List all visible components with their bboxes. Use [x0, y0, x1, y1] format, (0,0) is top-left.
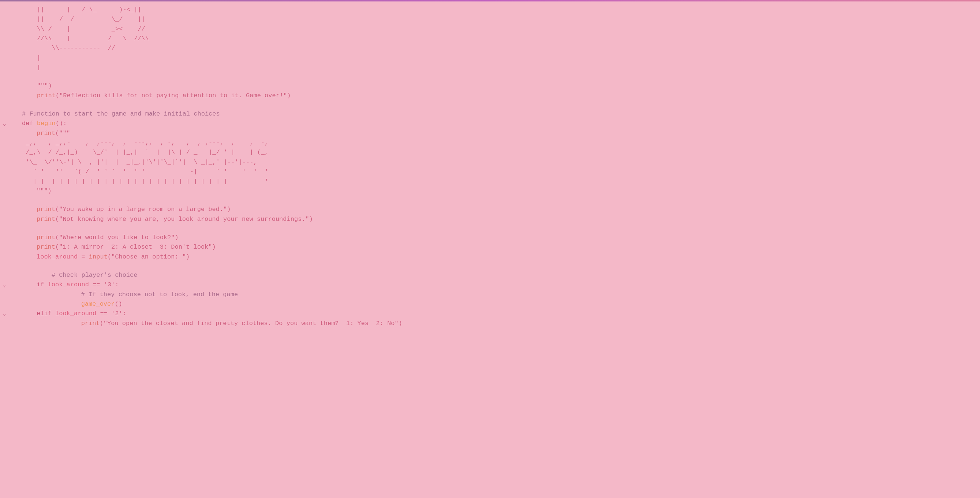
code-line: print("1: A mirror 2: A closet 3: Don't …	[22, 243, 973, 252]
code-line: # Function to start the game and make in…	[22, 109, 973, 119]
empty-line	[22, 262, 973, 271]
code-text: print("You wake up in a large room on a …	[22, 205, 231, 214]
code-text: elif look_around == '2':	[22, 309, 126, 319]
code-text: print("1: A mirror 2: A closet 3: Don't …	[22, 243, 216, 252]
code-line: print("Where would you like to look?")	[22, 233, 973, 243]
code-line: print("Reflection kills for not paying a…	[22, 91, 973, 101]
code-line: print("You wake up in a large room on a …	[22, 205, 973, 214]
code-line: ` ' '' `(_/ ' ' ` ' ' ' -| ` ' ' ' '	[22, 167, 973, 177]
ascii-line: /_,\ / /_,|_) \_/' | |_,| ` | |\ | / _ |…	[22, 148, 268, 157]
ascii-line: | | | | | | | | | | | | | | | | | | | | …	[22, 177, 268, 187]
code-line: print("Not knowing where you are, you lo…	[22, 215, 973, 224]
code-text: print("Where would you like to look?")	[22, 233, 178, 243]
code-line: game_over()	[22, 300, 973, 309]
code-line: //\\ | / \ //\\	[22, 34, 973, 43]
code-line: ⌄ if look_around == '3':	[22, 280, 973, 290]
code-line: ⌄ def begin():	[22, 119, 973, 128]
fold-indicator[interactable]: ⌄	[3, 311, 6, 319]
empty-line	[22, 72, 973, 81]
empty-line	[22, 224, 973, 233]
code-line: # If they choose not to look, end the ga…	[22, 290, 973, 300]
code-line: print("""	[22, 129, 973, 138]
code-line: look_around = input("Choose an option: "…	[22, 252, 973, 262]
code-comment: # Check player's choice	[22, 271, 137, 280]
code-text: print("""	[22, 129, 70, 138]
code-line: """)	[22, 187, 973, 196]
code-text: """)	[22, 187, 52, 196]
code-text: """)	[22, 81, 52, 91]
ascii-line: '\_ \/''\-'| \ , |'| | _|_,|'\'|'\_|`'| …	[22, 158, 257, 167]
code-line: \\ / | _>< //	[22, 24, 973, 34]
code-line: \\----------- //	[22, 43, 973, 53]
code-line: print("You open the closet and find pret…	[22, 319, 973, 328]
code-line: || | / \_ )-<_||	[22, 5, 973, 14]
ascii-line: //\\ | / \ //\\	[22, 34, 149, 43]
code-text: def begin():	[22, 119, 67, 128]
ascii-line: || | / \_ )-<_||	[22, 5, 141, 14]
ascii-line: _,, , _,,- , ,---, , ---,, , -, , , ,---…	[22, 138, 268, 148]
code-line: || / / \_/ ||	[22, 14, 973, 24]
code-editor: || | / \_ )-<_|| || / / \_/ || \\ / | _>…	[0, 0, 980, 498]
code-text: if look_around == '3':	[22, 280, 119, 290]
code-comment: # Function to start the game and make in…	[22, 109, 220, 119]
ascii-line: \\----------- //	[22, 43, 115, 53]
code-container: || | / \_ )-<_|| || / / \_/ || \\ / | _>…	[0, 2, 980, 336]
ascii-line: || / / \_/ ||	[22, 14, 145, 24]
ascii-line: |	[22, 53, 41, 63]
fold-indicator[interactable]: ⌄	[3, 120, 6, 128]
ascii-line: ` ' '' `(_/ ' ' ` ' ' ' -| ` ' ' ' '	[22, 167, 268, 177]
empty-line	[22, 101, 973, 109]
code-text: look_around = input("Choose an option: "…	[22, 252, 189, 262]
fold-indicator[interactable]: ⌄	[3, 282, 6, 290]
code-text: game_over()	[22, 300, 122, 309]
code-line: _,, , _,,- , ,---, , ---,, , -, , , ,---…	[22, 138, 973, 148]
code-line: """)	[22, 81, 973, 91]
code-line: /_,\ / /_,|_) \_/' | |_,| ` | |\ | / _ |…	[22, 148, 973, 157]
ascii-line: |	[22, 63, 41, 72]
code-line: '\_ \/''\-'| \ , |'| | _|_,|'\'|'\_|`'| …	[22, 158, 973, 167]
code-text: print("You open the closet and find pret…	[22, 319, 402, 328]
code-text: print("Reflection kills for not paying a…	[22, 91, 291, 101]
code-line: | | | | | | | | | | | | | | | | | | | | …	[22, 177, 973, 187]
code-text: print("Not knowing where you are, you lo…	[22, 215, 313, 224]
ascii-line: \\ / | _>< //	[22, 24, 145, 34]
code-line: ⌄ elif look_around == '2':	[22, 309, 973, 319]
code-text: # If they choose not to look, end the ga…	[22, 290, 238, 300]
empty-line	[22, 196, 973, 205]
code-line: |	[22, 63, 973, 72]
code-line: # Check player's choice	[22, 271, 973, 280]
code-line: |	[22, 53, 973, 63]
